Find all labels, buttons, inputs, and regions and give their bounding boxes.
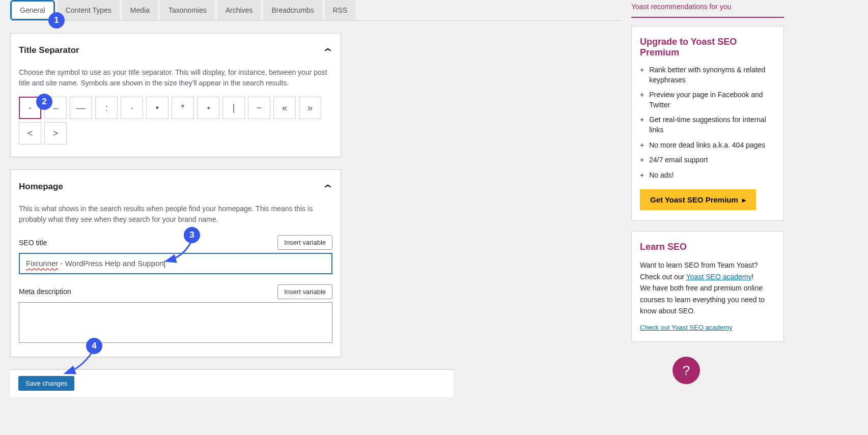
homepage-heading: Homepage — [19, 182, 63, 192]
separator-options: -–—:·•*⋆|~«»<> — [19, 97, 332, 144]
plus-icon: + — [640, 65, 644, 85]
premium-benefits-list: +Rank better with synonyms & related key… — [640, 65, 775, 180]
premium-heading: Upgrade to Yoast SEO Premium — [640, 37, 775, 58]
premium-benefit-item: +Rank better with synonyms & related key… — [640, 65, 775, 85]
annotation-bubble-4: 4 — [86, 338, 102, 354]
tab-taxonomies[interactable]: Taxonomies — [160, 0, 215, 20]
separator-option[interactable]: | — [222, 97, 245, 119]
plus-icon: + — [640, 115, 644, 135]
separator-option[interactable]: » — [299, 97, 321, 119]
premium-promo: Upgrade to Yoast SEO Premium +Rank bette… — [631, 26, 784, 221]
title-separator-heading: Title Separator — [19, 45, 79, 55]
separator-option[interactable]: * — [172, 97, 194, 119]
separator-option[interactable]: « — [273, 97, 296, 119]
annotation-bubble-2: 2 — [36, 94, 52, 110]
premium-benefit-item: +No ads! — [640, 170, 775, 181]
recommendations-title: Yoast recommendations for you — [631, 0, 784, 18]
premium-benefit-item: +Preview your page in Facebook and Twitt… — [640, 90, 775, 110]
plus-icon: + — [640, 155, 644, 165]
learn-desc-1b: ! — [751, 273, 753, 281]
plus-icon: + — [640, 90, 644, 110]
annotation-bubble-1: 1 — [48, 12, 65, 28]
title-separator-header[interactable]: Title Separator — [11, 34, 341, 67]
learn-desc-2: We have both free and premium online cou… — [640, 282, 775, 316]
meta-desc-input[interactable] — [19, 302, 332, 343]
separator-option[interactable]: ⋆ — [197, 97, 219, 119]
premium-benefit-item: +24/7 email support — [640, 155, 775, 165]
title-separator-description: Choose the symbol to use as your title s… — [19, 67, 332, 89]
tab-media[interactable]: Media — [122, 0, 158, 20]
separator-option[interactable]: > — [44, 122, 67, 144]
tab-breadcrumbs[interactable]: Breadcrumbs — [263, 0, 322, 20]
premium-benefit-item: +Get real-time suggestions for internal … — [640, 115, 775, 135]
settings-tabs: General Content Types Media Taxonomies A… — [10, 0, 621, 21]
chevron-up-icon — [323, 180, 332, 193]
learn-seo-box: Learn SEO Want to learn SEO from Team Yo… — [631, 231, 784, 342]
premium-benefit-item: +No more dead links a.k.a. 404 pages — [640, 140, 775, 151]
insert-variable-seo-title[interactable]: Insert variable — [277, 235, 332, 250]
tab-archives[interactable]: Archives — [217, 0, 261, 20]
get-premium-button[interactable]: Get Yoast SEO Premium — [640, 189, 756, 210]
insert-variable-meta-desc[interactable]: Insert variable — [277, 284, 332, 299]
learn-seo-heading: Learn SEO — [640, 242, 775, 252]
homepage-header[interactable]: Homepage — [11, 170, 341, 204]
plus-icon: + — [640, 140, 644, 151]
annotation-bubble-3: 3 — [184, 227, 200, 243]
academy-link-1[interactable]: Yoast SEO academy — [686, 273, 752, 281]
tab-content-types[interactable]: Content Types — [58, 0, 120, 20]
seo-title-rest: - WordPress Help and Support — [58, 259, 164, 268]
separator-option[interactable]: · — [121, 97, 143, 119]
plus-icon: + — [640, 170, 644, 181]
chevron-up-icon — [323, 44, 332, 57]
tab-general[interactable]: General — [10, 0, 55, 20]
help-fab-button[interactable]: ? — [673, 357, 700, 384]
homepage-description: This is what shows in the search results… — [19, 204, 332, 225]
separator-option[interactable]: — — [70, 97, 92, 119]
tab-rss[interactable]: RSS — [325, 0, 356, 20]
separator-option[interactable]: ~ — [248, 97, 270, 119]
meta-desc-label: Meta description — [19, 287, 71, 296]
separator-option[interactable]: : — [95, 97, 118, 119]
separator-option[interactable]: < — [19, 122, 41, 144]
seo-title-label: SEO title — [19, 239, 47, 247]
academy-link-2[interactable]: Check out Yoast SEO academy — [640, 324, 732, 331]
seo-title-brand: Fixrunner — [26, 259, 58, 268]
separator-option[interactable]: • — [146, 97, 169, 119]
